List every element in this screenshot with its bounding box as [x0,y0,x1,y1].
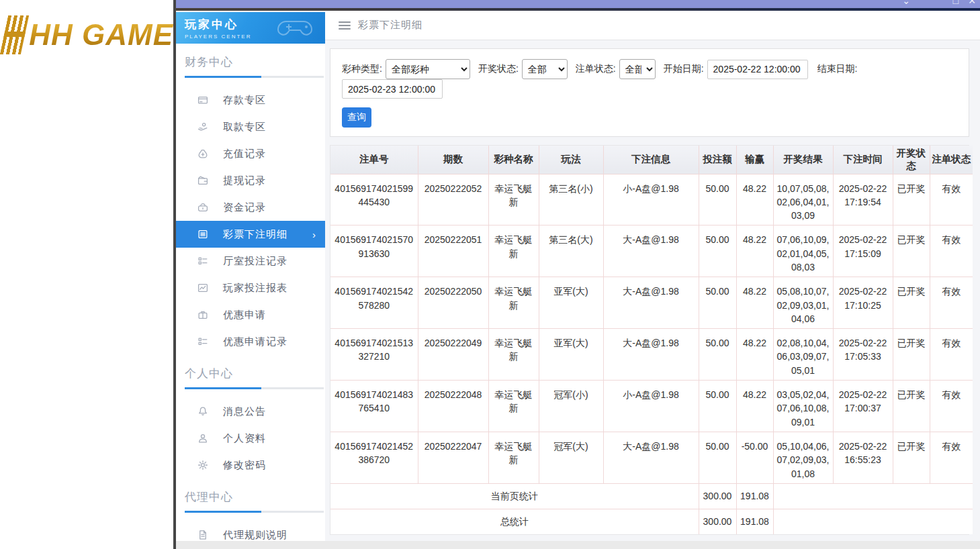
cell-order-no: 401569174021570913630 [330,226,418,277]
cell-order-no: 401569174021542578280 [330,277,418,329]
column-header: 下注信息 [603,146,699,174]
sidebar-item-hall-bet-records[interactable]: 厅室投注记录 [176,248,325,274]
sidebar-item-withdraw-zone[interactable]: 取款专区 [176,113,325,140]
cell-result: 05,10,04,06,07,02,09,03,01,08 [773,432,833,483]
sidebar-item-label: 修改密码 [223,459,266,472]
menu-toggle-icon[interactable] [339,21,351,30]
cell-winloss: 48.22 [736,226,773,277]
sidebar-item-change-password[interactable]: 修改密码 [176,452,325,479]
close-icon[interactable]: ✕ [968,0,976,6]
cell-result: 10,07,05,08,02,06,04,01,03,09 [773,174,833,226]
chevron-down-icon[interactable]: ⌄ [902,0,910,6]
summary-winloss: 191.08 [736,483,773,509]
sidebar-item-label: 厅室投注记录 [223,255,287,268]
column-header: 期数 [418,146,488,174]
cell-amount: 50.00 [699,432,736,483]
cell-period: 20250222049 [418,329,488,381]
column-header: 注单状态 [930,146,973,174]
sidebar-item-player-bet-report[interactable]: 玩家投注报表 [176,274,325,301]
sidebar-item-messages[interactable]: 消息公告 [176,398,325,425]
column-header: 投注额 [699,146,736,174]
draw-status-select[interactable]: 全部 [522,59,568,79]
cell-draw-status: 已开奖 [893,174,930,226]
cell-draw-status: 已开奖 [893,226,930,277]
table-row: 40156917402148376541020250222048幸运飞艇新冠军(… [330,381,973,432]
summary-label: 当前页统计 [330,483,699,509]
cell-amount: 50.00 [699,174,736,226]
sidebar-item-label: 存款专区 [223,94,266,107]
sidebar-menu: 财务中心存款专区取款专区充值记录提现记录资金记录彩票下注明细›厅室投注记录玩家投… [176,54,325,541]
summary-row: 总统计300.00191.08 [330,509,973,534]
gamepad-icon [277,15,320,42]
section-title: 个人中心 [185,366,325,381]
cell-period: 20250222048 [418,381,488,432]
sidebar-item-label: 充值记录 [223,148,266,160]
maximize-icon[interactable]: □ [953,0,959,6]
sidebar-item-withdrawal-records[interactable]: 提现记录 [176,167,325,194]
cell-bet-info: 大-A盘@1.98 [603,432,699,483]
cell-time: 2025-02-22 17:05:33 [833,329,893,381]
purse-icon [197,202,208,213]
chart-icon [197,283,208,293]
hand-coin-icon [197,121,208,132]
cell-play: 第三名(小) [539,174,603,226]
cell-time: 2025-02-22 16:55:23 [833,432,893,483]
table-row: 40156917402159944543020250222052幸运飞艇新第三名… [330,174,973,226]
cell-winloss: 48.22 [736,174,773,226]
site-logo: HH GAME [0,7,173,63]
cell-order-no: 401569174021599445430 [330,174,418,226]
cell-draw-status: 已开奖 [893,329,930,381]
sidebar-item-lottery-bet-details[interactable]: 彩票下注明细› [176,221,325,248]
cell-order-status: 有效 [930,432,973,483]
cell-winloss: 48.22 [736,277,773,329]
section-title: 财务中心 [185,54,325,70]
sidebar-item-label: 玩家投注报表 [223,282,287,295]
sidebar-item-deposit-zone[interactable]: 存款专区 [176,87,325,113]
cell-result: 05,08,10,07,02,09,03,01,04,06 [773,277,833,329]
sidebar-item-agent-rules[interactable]: 代理规则说明 [176,521,325,541]
cell-winloss: -50.00 [736,432,773,483]
page-header: 彩票下注明细 [325,11,980,40]
section-underline [185,76,324,78]
cell-order-no: 401569174021513327210 [330,329,418,381]
coupon-icon [197,309,208,320]
page-title: 彩票下注明细 [358,19,422,32]
sidebar-item-label: 消息公告 [223,405,266,418]
start-date-input[interactable] [707,60,808,79]
column-header: 输赢 [736,146,773,174]
order-status-select[interactable]: 全部 [619,59,656,79]
section-underline [185,511,324,513]
cell-order-no: 401569174021483765410 [330,381,418,432]
sidebar-item-label: 代理规则说明 [223,529,287,542]
lottery-type-select[interactable]: 全部彩种 [386,59,470,79]
sidebar-item-label: 资金记录 [223,201,266,214]
cell-order-status: 有效 [930,174,973,226]
table-header-row: 注单号期数彩种名称玩法下注信息投注额输赢开奖结果下注时间开奖状态注单状态 [330,146,973,174]
cell-period: 20250222052 [418,174,488,226]
table-row: 40156917402157091363020250222051幸运飞艇新第三名… [330,226,973,277]
cell-draw-status: 已开奖 [893,277,930,329]
table-row: 40156917402154257828020250222050幸运飞艇新亚军(… [330,277,973,329]
moneybag-icon [197,148,208,159]
cell-winloss: 48.22 [736,329,773,381]
end-date-input[interactable] [342,79,443,99]
cell-order-status: 有效 [930,381,973,432]
sidebar-item-promo-application-records[interactable]: 优惠申请记录 [176,328,325,355]
sidebar-item-promo-application[interactable]: 优惠申请 [176,301,325,328]
card-icon [197,95,208,105]
column-header: 注单号 [330,146,418,174]
table-row: 40156917402145238672020250222047幸运飞艇新冠军(… [330,432,973,483]
sidebar-item-funds-records[interactable]: 资金记录 [176,194,325,221]
column-header: 下注时间 [833,146,893,174]
cell-time: 2025-02-22 17:15:09 [833,226,893,277]
summary-bet-amount: 300.00 [699,483,736,509]
sidebar-item-profile[interactable]: 个人资料 [176,425,325,452]
sidebar-item-label: 优惠申请记录 [223,336,287,348]
cell-order-status: 有效 [930,329,973,381]
query-button[interactable]: 查询 [342,107,371,128]
order-status-label: 注单状态: [576,63,616,75]
cell-bet-info: 小-A盘@1.98 [603,174,699,226]
cell-result: 03,05,02,04,07,06,10,08,09,01 [773,381,833,432]
sidebar-item-recharge-records[interactable]: 充值记录 [176,140,325,167]
cell-play: 冠军(大) [539,432,603,483]
